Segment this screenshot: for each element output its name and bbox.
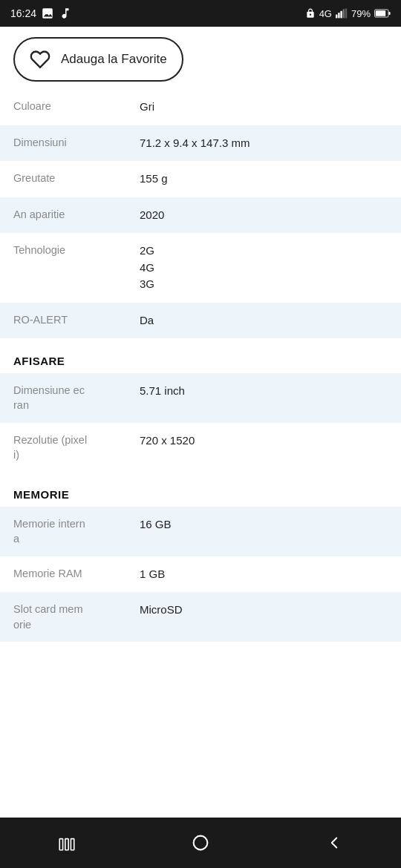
spec-value: Gri: [140, 99, 388, 116]
table-row: Memorie RAM 1 GB: [0, 556, 401, 593]
spec-value: 155 g: [140, 171, 388, 188]
main-content: Adauga la Favorite Culoare Gri Dimensiun…: [0, 27, 401, 818]
time-display: 16:24: [10, 7, 36, 19]
favorites-button-label: Adauga la Favorite: [61, 52, 167, 67]
spec-label: Tehnologie: [13, 243, 140, 257]
table-row: Slot card memorie MicroSD: [0, 592, 401, 642]
table-row: Dimensiune ecran 5.71 inch: [0, 373, 401, 423]
memorie-section-header: MEMORIE: [0, 472, 401, 507]
svg-rect-11: [194, 836, 208, 850]
svg-rect-4: [345, 9, 347, 19]
spec-label: An aparitie: [13, 207, 140, 222]
spec-label: Culoare: [13, 99, 140, 114]
spec-label: Dimensiune ecran: [13, 383, 140, 413]
spec-value: Da: [140, 312, 388, 329]
spec-label: Greutate: [13, 171, 140, 185]
recent-apps-icon: [57, 833, 76, 852]
spec-value: 2020: [140, 207, 388, 224]
svg-rect-6: [376, 10, 386, 16]
bottom-nav-bar: [0, 818, 401, 868]
svg-rect-8: [59, 839, 62, 850]
spec-label: Memorie RAM: [13, 566, 140, 581]
table-row: Memorie interna 16 GB: [0, 507, 401, 556]
svg-rect-10: [71, 839, 74, 850]
spec-value: 5.71 inch: [140, 383, 388, 400]
svg-rect-0: [336, 15, 337, 19]
back-button[interactable]: [312, 826, 356, 859]
back-icon: [325, 833, 344, 852]
heart-icon: [30, 49, 50, 70]
spec-value: 1 GB: [140, 566, 388, 583]
svg-rect-3: [343, 9, 345, 18]
afisare-section-header: AFISARE: [0, 338, 401, 373]
svg-rect-9: [65, 839, 68, 850]
home-icon: [190, 832, 211, 853]
spec-label: Dimensiuni: [13, 135, 140, 150]
photo-icon: [41, 7, 54, 20]
general-specs-section: Culoare Gri Dimensiuni 71.2 x 9.4 x 147.…: [0, 89, 401, 338]
spec-value: 71.2 x 9.4 x 147.3 mm: [140, 135, 388, 152]
memorie-specs: Memorie interna 16 GB Memorie RAM 1 GB S…: [0, 507, 401, 642]
table-row: Culoare Gri: [0, 89, 401, 125]
spec-value: 720 x 1520: [140, 433, 388, 450]
spec-label: RO-ALERT: [13, 312, 140, 327]
battery-percentage: 79%: [351, 8, 371, 19]
signal-icon: [336, 8, 348, 19]
status-bar: 16:24 4G 79%: [0, 0, 401, 27]
table-row: Rezolutie (pixeli) 720 x 1520: [0, 423, 401, 473]
table-row: An aparitie 2020: [0, 197, 401, 234]
afisare-specs: Dimensiune ecran 5.71 inch Rezolutie (pi…: [0, 373, 401, 472]
table-row: Dimensiuni 71.2 x 9.4 x 147.3 mm: [0, 125, 401, 162]
status-right: 4G 79%: [305, 8, 391, 19]
svg-rect-2: [340, 11, 342, 19]
add-to-favorites-button[interactable]: Adauga la Favorite: [13, 37, 183, 82]
spec-value: 2G4G3G: [140, 243, 388, 293]
table-row: RO-ALERT Da: [0, 303, 401, 339]
spec-value: 16 GB: [140, 516, 388, 533]
svg-rect-7: [388, 12, 390, 15]
lock-icon: [305, 8, 316, 19]
svg-rect-1: [338, 13, 339, 18]
network-indicator: 4G: [319, 8, 332, 19]
table-row: Greutate 155 g: [0, 161, 401, 197]
spec-label: Rezolutie (pixeli): [13, 433, 140, 463]
spec-label: Memorie interna: [13, 516, 140, 547]
spec-value: MicroSD: [140, 602, 388, 619]
home-button[interactable]: [178, 826, 223, 859]
music-icon: [59, 7, 72, 20]
recent-apps-button[interactable]: [45, 826, 89, 859]
table-row: Tehnologie 2G4G3G: [0, 233, 401, 303]
battery-icon: [374, 9, 391, 18]
bottom-spacer: [0, 642, 401, 671]
spec-label: Slot card memorie: [13, 602, 140, 632]
status-left: 16:24: [10, 7, 72, 20]
